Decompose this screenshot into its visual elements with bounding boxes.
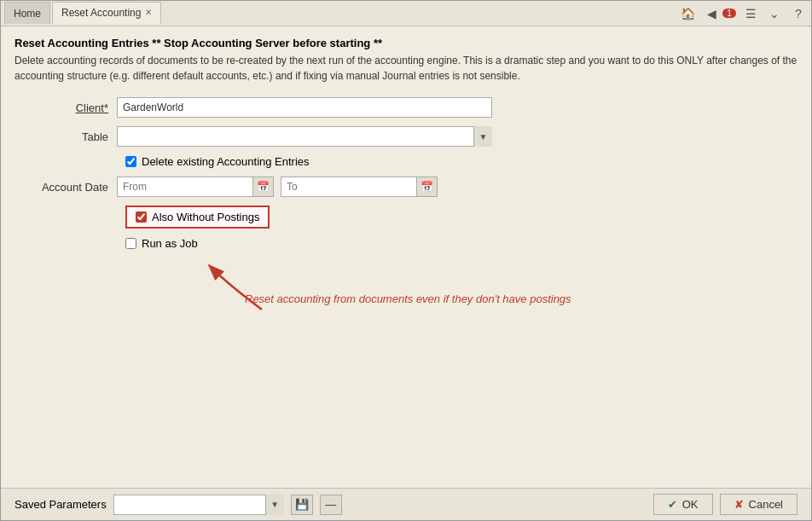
home-icon-btn[interactable]: 🏠 — [678, 4, 697, 23]
annotation-wrap: Reset accounting from documents even if … — [125, 258, 798, 327]
account-date-label: Account Date — [14, 181, 117, 194]
tab-home[interactable]: Home — [4, 2, 50, 24]
also-without-label[interactable]: Also Without Postings — [152, 211, 259, 223]
run-as-job-checkbox[interactable] — [125, 238, 136, 249]
menu-icon[interactable]: ☰ — [741, 4, 760, 23]
delete-params-button[interactable]: — — [320, 495, 342, 515]
from-date-input[interactable] — [117, 177, 253, 197]
client-label: Client* — [14, 101, 117, 114]
table-row: Table ▼ — [14, 126, 798, 147]
client-row: Client* — [14, 97, 798, 118]
saved-params-label: Saved Parameters — [14, 498, 107, 511]
action-buttons: ✔ OK ✘ Cancel — [653, 494, 798, 515]
page-title: Reset Accounting Entries ** Stop Account… — [14, 37, 798, 49]
client-input[interactable] — [117, 97, 492, 118]
delete-entries-checkbox[interactable] — [125, 156, 136, 167]
date-group: 📅 📅 — [117, 177, 444, 197]
run-as-job-label[interactable]: Run as Job — [142, 237, 198, 250]
delete-entries-row: Delete existing Accounting Entries — [125, 155, 798, 168]
ok-button[interactable]: ✔ OK — [653, 494, 713, 515]
to-calendar-icon[interactable]: 📅 — [417, 177, 438, 197]
nav-badge: 1 — [722, 9, 736, 18]
save-params-icon: 💾 — [295, 498, 309, 511]
to-date-wrap: 📅 — [281, 177, 444, 197]
page-description: Delete accounting records of documents t… — [14, 53, 798, 84]
ok-check-icon: ✔ — [668, 498, 677, 511]
bottom-bar: Saved Parameters ▼ 💾 — ✔ OK ✘ Cancel — [1, 488, 811, 520]
delete-entries-label[interactable]: Delete existing Accounting Entries — [142, 155, 310, 168]
cancel-label: Cancel — [749, 498, 783, 511]
delete-params-icon: — — [325, 498, 336, 511]
save-params-button[interactable]: 💾 — [291, 495, 313, 515]
cancel-button[interactable]: ✘ Cancel — [720, 494, 798, 515]
table-select-wrap: ▼ — [117, 126, 492, 147]
run-as-job-row: Run as Job — [125, 237, 798, 250]
main-content: Reset Accounting Entries ** Stop Account… — [1, 26, 811, 488]
topbar-actions: 🏠 ◀ 1 ☰ ⌄ ? — [678, 4, 808, 23]
table-label: Table — [14, 130, 117, 143]
account-date-row: Account Date 📅 📅 — [14, 177, 798, 197]
also-without-wrap: Also Without Postings — [125, 206, 798, 229]
table-select[interactable] — [117, 126, 492, 147]
saved-params-section: Saved Parameters ▼ 💾 — — [14, 495, 342, 515]
tab-bar: Home Reset Accounting ✕ — [4, 3, 163, 24]
annotation-arrow — [194, 258, 296, 318]
from-calendar-icon[interactable]: 📅 — [253, 177, 274, 197]
saved-params-select[interactable] — [113, 495, 284, 515]
nav-icon[interactable]: ◀ — [702, 4, 721, 23]
annotation-text: Reset accounting from documents even if … — [245, 292, 571, 305]
ok-label: OK — [682, 498, 699, 511]
home-tab-label: Home — [14, 8, 41, 20]
reset-accounting-tab-label: Reset Accounting — [61, 7, 141, 19]
tab-reset-accounting[interactable]: Reset Accounting ✕ — [52, 2, 161, 24]
also-without-box: Also Without Postings — [125, 206, 270, 229]
also-without-checkbox[interactable] — [136, 211, 147, 223]
main-window: Home Reset Accounting ✕ 🏠 ◀ 1 ☰ ⌄ ? Rese… — [0, 0, 812, 521]
expand-icon[interactable]: ⌄ — [765, 4, 784, 23]
topbar: Home Reset Accounting ✕ 🏠 ◀ 1 ☰ ⌄ ? — [1, 1, 811, 26]
form-area: Client* Table ▼ Delete existing Accounti… — [14, 97, 798, 481]
help-icon[interactable]: ? — [789, 4, 808, 23]
from-date-wrap: 📅 — [117, 177, 281, 197]
saved-params-select-wrap: ▼ — [113, 495, 284, 515]
close-tab-icon[interactable]: ✕ — [145, 9, 152, 17]
cancel-x-icon: ✘ — [734, 498, 744, 511]
to-date-input[interactable] — [281, 177, 417, 197]
